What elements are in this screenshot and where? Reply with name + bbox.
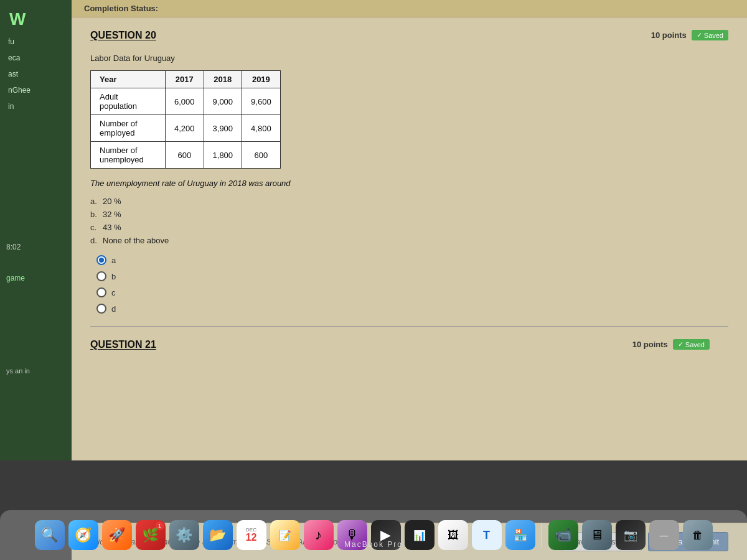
dock-icon-finder[interactable]: 🔍 [35, 520, 65, 550]
option-b-letter: b. [90, 210, 103, 219]
question21-points: 10 points [632, 340, 668, 349]
question21-saved-label: Saved [685, 341, 705, 348]
row-label-adult-pop: Adultpopulation [91, 88, 166, 115]
radio-group: a b c d [96, 255, 728, 314]
question20-points-area: 10 points ✓ Saved [651, 30, 728, 40]
question20-points: 10 points [651, 30, 687, 40]
adult-pop-2017: 6,000 [166, 88, 204, 115]
dock-icon-music[interactable]: ♪ [304, 520, 334, 550]
content-body: QUESTION 20 10 points ✓ Saved Labor Data… [72, 17, 747, 375]
sidebar-item-nghee[interactable]: nGhee [3, 83, 68, 97]
question21-points-area: 10 points ✓ Saved [632, 339, 710, 350]
header-strip: Completion Status: [72, 0, 747, 17]
question21-title: QUESTION 21 [90, 339, 156, 350]
option-a-letter: a. [90, 197, 103, 206]
main-content: Completion Status: QUESTION 20 10 points… [72, 0, 747, 460]
radio-a[interactable] [96, 255, 106, 265]
dock-icon-calendar[interactable]: DEC 12 [237, 520, 266, 550]
row-label-unemployed: Number ofunemployed [91, 142, 166, 169]
radio-label-d: d [111, 304, 116, 314]
sidebar-item-ast[interactable]: ast [3, 67, 68, 81]
sidebar-letter: W [3, 6, 68, 32]
row-label-employed: Number ofemployed [91, 115, 166, 142]
radio-d[interactable] [96, 304, 106, 314]
radio-label-c: c [111, 288, 116, 297]
radio-label-b: b [111, 272, 116, 281]
radio-item-b[interactable]: b [96, 271, 728, 281]
col-header-2019: 2019 [242, 71, 281, 88]
question20-text: The unemployment rate of Uruguay in 2018… [90, 179, 728, 188]
macbook-pro-label: MacBook Pro [344, 540, 403, 549]
question20-saved-label: Saved [704, 32, 723, 39]
radio-item-d[interactable]: d [96, 304, 728, 314]
checkmark-icon-q21: ✓ [678, 340, 684, 348]
dock-icon-battery[interactable]: — [649, 520, 679, 550]
question20-saved-badge: ✓ Saved [692, 30, 728, 40]
section-divider [90, 326, 728, 327]
option-c-text: 43 % [103, 223, 121, 232]
table-row-employed: Number ofemployed 4,200 3,900 4,800 [91, 115, 281, 142]
dock-icon-badge[interactable]: 🌿 1 [136, 520, 166, 550]
completion-status-label: Completion Status: [84, 4, 158, 13]
dock-icon-rocket[interactable]: 🚀 [102, 520, 132, 550]
question20-header-row: QUESTION 20 10 points ✓ Saved [90, 30, 728, 47]
table-row-adult-pop: Adultpopulation 6,000 9,000 9,600 [91, 88, 281, 115]
sidebar-item-in[interactable]: in [3, 100, 68, 113]
sidebar-item-fu[interactable]: fu [3, 35, 68, 49]
labor-data-table: Year 2017 2018 2019 Adultpopulation 6,00… [90, 70, 281, 169]
dock-icon-camera[interactable]: 📷 [616, 520, 646, 550]
ysan-label: ys an in [6, 367, 30, 375]
radio-c[interactable] [96, 287, 106, 297]
option-a-row: a. 20 % [90, 197, 728, 206]
question20-text-content: The unemployment rate of Uruguay in 2018… [90, 179, 291, 188]
sidebar-item-eca[interactable]: eca [3, 51, 68, 65]
dock-icon-notes[interactable]: 📝 [270, 520, 300, 550]
option-b-row: b. 32 % [90, 210, 728, 219]
question21-area: QUESTION 21 10 points ✓ Saved [90, 339, 728, 357]
checkmark-icon: ✓ [697, 31, 702, 39]
table-row-unemployed: Number ofunemployed 600 1,800 600 [91, 142, 281, 169]
option-d-letter: d. [90, 236, 103, 245]
dock-icon-stocks[interactable]: 📊 [405, 520, 435, 550]
unemployed-2018: 1,800 [204, 142, 242, 169]
col-header-year: Year [91, 71, 166, 88]
radio-label-a: a [111, 256, 116, 265]
question20-title: QUESTION 20 [90, 30, 156, 41]
option-c-row: c. 43 % [90, 223, 728, 232]
option-d-row: d. None of the above [90, 236, 728, 245]
dock-icon-appstore[interactable]: 🏪 [505, 520, 535, 550]
employed-2019: 4,800 [242, 115, 281, 142]
time-display: 8:02 [6, 243, 21, 251]
dock-icon-monitor[interactable]: 🖥 [582, 520, 612, 550]
dock-icon-photo[interactable]: 🖼 [438, 520, 468, 550]
employed-2017: 4,200 [166, 115, 204, 142]
game-label: game [6, 274, 25, 282]
radio-b[interactable] [96, 271, 106, 281]
question21-saved-badge: ✓ Saved [673, 339, 710, 350]
col-header-2017: 2017 [166, 71, 204, 88]
dock-icon-facetime[interactable]: 📹 [548, 520, 578, 550]
option-c-letter: c. [90, 223, 103, 232]
dock-bar: 🔍 🧭 🚀 🌿 1 ⚙️ 📂 DEC 12 📝 ♪ 🎙 ▶ 📊 🖼 T 🏪 📹 … [0, 510, 747, 560]
sidebar: W fu eca ast nGhee in [0, 0, 72, 460]
dock-divider [542, 523, 542, 548]
question21-header-row: QUESTION 21 10 points ✓ Saved [90, 339, 728, 357]
adult-pop-2018: 9,000 [204, 88, 242, 115]
dock-icon-safari[interactable]: 🧭 [68, 520, 98, 550]
option-a-text: 20 % [103, 197, 121, 206]
unemployed-2017: 600 [166, 142, 204, 169]
unemployed-2019: 600 [242, 142, 281, 169]
radio-item-a[interactable]: a [96, 255, 728, 265]
dock-icon-trash[interactable]: 🗑 [683, 520, 713, 550]
option-d-text: None of the above [103, 236, 169, 245]
employed-2018: 3,900 [204, 115, 242, 142]
dock-icon-system-prefs[interactable]: ⚙️ [169, 520, 199, 550]
dock-icon-texteditor[interactable]: T [472, 520, 502, 550]
adult-pop-2019: 9,600 [242, 88, 281, 115]
option-b-text: 32 % [103, 210, 121, 219]
col-header-2018: 2018 [204, 71, 242, 88]
radio-item-c[interactable]: c [96, 287, 728, 297]
dock-icon-folder[interactable]: 📂 [203, 520, 233, 550]
question20-subtitle: Labor Data for Uruguay [90, 54, 728, 63]
